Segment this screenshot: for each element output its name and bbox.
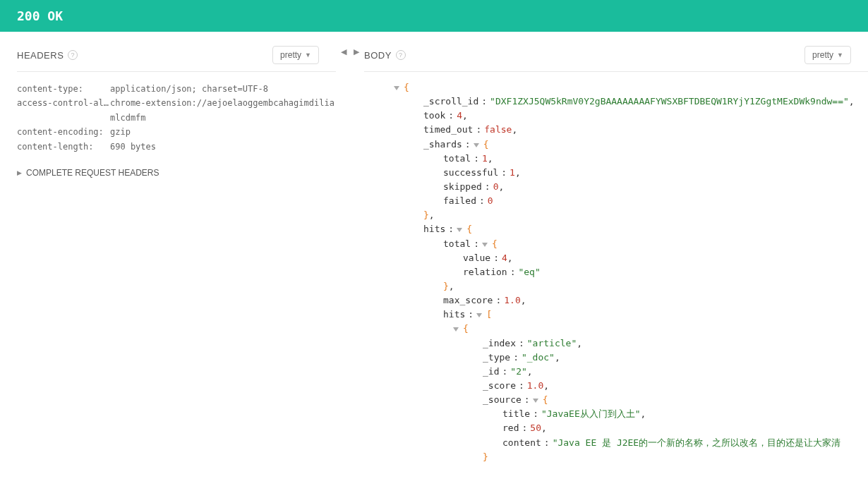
json-toggle[interactable]	[453, 327, 459, 332]
body-pane: BODY ? pretty ▼ { _scroll_id: "DXF1ZXJ5Q…	[364, 32, 868, 486]
complete-request-headers-label: COMPLETE REQUEST HEADERS	[26, 168, 159, 178]
header-value: 690 bytes	[110, 140, 336, 154]
header-value: chrome-extension://aejoelaoggembcahagimd…	[110, 96, 336, 125]
header-key: content-length:	[17, 140, 110, 154]
headers-table: content-type:application/json; charset=U…	[17, 72, 336, 159]
json-toggle[interactable]	[394, 86, 399, 90]
complete-request-headers-toggle[interactable]: ▶ COMPLETE REQUEST HEADERS	[17, 159, 336, 186]
json-toggle[interactable]	[476, 313, 482, 317]
json-toggle[interactable]	[533, 399, 538, 403]
json-toggle[interactable]	[474, 143, 479, 147]
body-format-label: pretty	[812, 50, 833, 60]
body-title: BODY	[364, 50, 392, 61]
chevron-down-icon: ▼	[305, 51, 311, 59]
header-key: content-encoding:	[17, 125, 110, 139]
headers-format-dropdown[interactable]: pretty ▼	[272, 46, 319, 64]
header-value: application/json; charset=UTF-8	[110, 82, 336, 96]
status-text: OK	[47, 8, 63, 23]
help-icon[interactable]: ?	[396, 50, 406, 60]
status-bar: 200 OK	[0, 0, 868, 32]
help-icon[interactable]: ?	[68, 50, 78, 60]
json-body: { _scroll_id: "DXF1ZXJ5QW5kRmV0Y2gBAAAAA…	[364, 72, 868, 464]
headers-pane: HEADERS ? pretty ▼ content-type:applicat…	[0, 32, 336, 486]
json-toggle[interactable]	[457, 228, 462, 232]
collapse-left-icon[interactable]: ◀	[339, 47, 348, 486]
caret-right-icon: ▶	[17, 169, 22, 176]
header-row: content-type:application/json; charset=U…	[17, 82, 336, 96]
header-key: access-control-all…	[17, 96, 110, 125]
headers-format-label: pretty	[280, 50, 301, 60]
headers-title: HEADERS	[17, 50, 64, 61]
json-toggle[interactable]	[482, 243, 488, 247]
header-row: access-control-all…chrome-extension://ae…	[17, 96, 336, 125]
collapse-right-icon[interactable]: ▶	[352, 47, 361, 486]
header-row: content-length:690 bytes	[17, 140, 336, 154]
chevron-down-icon: ▼	[837, 51, 843, 59]
status-code: 200	[17, 8, 40, 23]
header-value: gzip	[110, 125, 336, 139]
pane-collapse-controls: ◀ ▶	[336, 32, 364, 486]
body-format-dropdown[interactable]: pretty ▼	[804, 46, 851, 64]
header-key: content-type:	[17, 82, 110, 96]
header-row: content-encoding:gzip	[17, 125, 336, 139]
